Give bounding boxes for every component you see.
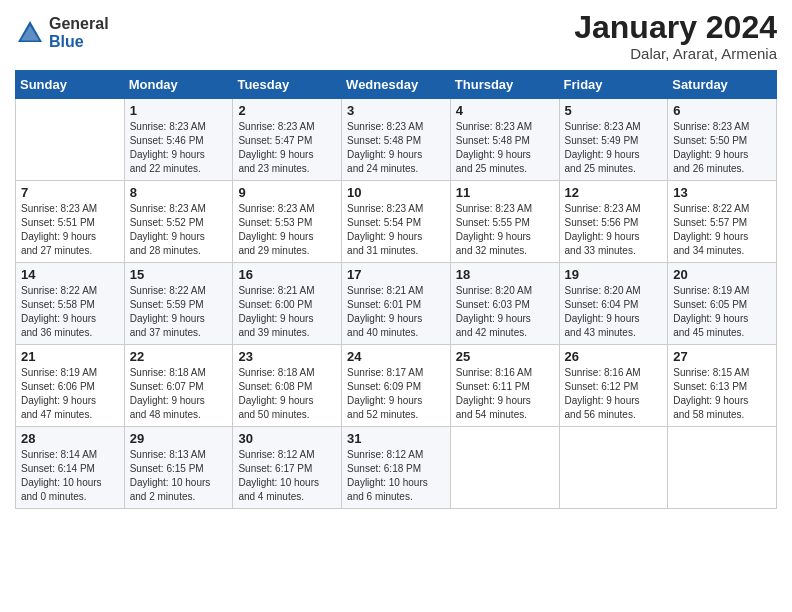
day-number: 25 [456, 349, 554, 364]
day-number: 24 [347, 349, 445, 364]
calendar-cell: 8Sunrise: 8:23 AMSunset: 5:52 PMDaylight… [124, 181, 233, 263]
day-number: 28 [21, 431, 119, 446]
day-info: Sunrise: 8:23 AMSunset: 5:53 PMDaylight:… [238, 202, 336, 258]
day-number: 2 [238, 103, 336, 118]
calendar-cell: 29Sunrise: 8:13 AMSunset: 6:15 PMDayligh… [124, 427, 233, 509]
day-number: 3 [347, 103, 445, 118]
day-info: Sunrise: 8:22 AMSunset: 5:59 PMDaylight:… [130, 284, 228, 340]
day-info: Sunrise: 8:23 AMSunset: 5:51 PMDaylight:… [21, 202, 119, 258]
calendar-header-wednesday: Wednesday [342, 71, 451, 99]
calendar-cell: 16Sunrise: 8:21 AMSunset: 6:00 PMDayligh… [233, 263, 342, 345]
calendar-cell: 30Sunrise: 8:12 AMSunset: 6:17 PMDayligh… [233, 427, 342, 509]
calendar-cell: 20Sunrise: 8:19 AMSunset: 6:05 PMDayligh… [668, 263, 777, 345]
day-info: Sunrise: 8:18 AMSunset: 6:07 PMDaylight:… [130, 366, 228, 422]
calendar-header-sunday: Sunday [16, 71, 125, 99]
calendar-cell: 10Sunrise: 8:23 AMSunset: 5:54 PMDayligh… [342, 181, 451, 263]
calendar-cell: 1Sunrise: 8:23 AMSunset: 5:46 PMDaylight… [124, 99, 233, 181]
calendar-cell: 19Sunrise: 8:20 AMSunset: 6:04 PMDayligh… [559, 263, 668, 345]
calendar-cell [668, 427, 777, 509]
calendar-cell: 5Sunrise: 8:23 AMSunset: 5:49 PMDaylight… [559, 99, 668, 181]
calendar-table: SundayMondayTuesdayWednesdayThursdayFrid… [15, 70, 777, 509]
logo-text: General Blue [49, 15, 109, 50]
calendar-week-row: 28Sunrise: 8:14 AMSunset: 6:14 PMDayligh… [16, 427, 777, 509]
calendar-header-monday: Monday [124, 71, 233, 99]
calendar-cell: 28Sunrise: 8:14 AMSunset: 6:14 PMDayligh… [16, 427, 125, 509]
calendar-cell: 7Sunrise: 8:23 AMSunset: 5:51 PMDaylight… [16, 181, 125, 263]
day-info: Sunrise: 8:17 AMSunset: 6:09 PMDaylight:… [347, 366, 445, 422]
day-number: 19 [565, 267, 663, 282]
day-info: Sunrise: 8:13 AMSunset: 6:15 PMDaylight:… [130, 448, 228, 504]
calendar-week-row: 21Sunrise: 8:19 AMSunset: 6:06 PMDayligh… [16, 345, 777, 427]
day-number: 17 [347, 267, 445, 282]
calendar-cell: 13Sunrise: 8:22 AMSunset: 5:57 PMDayligh… [668, 181, 777, 263]
day-info: Sunrise: 8:19 AMSunset: 6:05 PMDaylight:… [673, 284, 771, 340]
calendar-cell: 2Sunrise: 8:23 AMSunset: 5:47 PMDaylight… [233, 99, 342, 181]
day-info: Sunrise: 8:12 AMSunset: 6:17 PMDaylight:… [238, 448, 336, 504]
day-number: 11 [456, 185, 554, 200]
logo-blue-text: Blue [49, 33, 109, 51]
day-info: Sunrise: 8:23 AMSunset: 5:56 PMDaylight:… [565, 202, 663, 258]
logo-icon [15, 18, 45, 48]
calendar-cell: 17Sunrise: 8:21 AMSunset: 6:01 PMDayligh… [342, 263, 451, 345]
page: General Blue January 2024 Dalar, Ararat,… [0, 0, 792, 612]
calendar-week-row: 1Sunrise: 8:23 AMSunset: 5:46 PMDaylight… [16, 99, 777, 181]
day-number: 22 [130, 349, 228, 364]
day-info: Sunrise: 8:15 AMSunset: 6:13 PMDaylight:… [673, 366, 771, 422]
calendar-cell: 21Sunrise: 8:19 AMSunset: 6:06 PMDayligh… [16, 345, 125, 427]
day-number: 10 [347, 185, 445, 200]
day-info: Sunrise: 8:20 AMSunset: 6:03 PMDaylight:… [456, 284, 554, 340]
day-info: Sunrise: 8:23 AMSunset: 5:48 PMDaylight:… [347, 120, 445, 176]
calendar-header-row: SundayMondayTuesdayWednesdayThursdayFrid… [16, 71, 777, 99]
day-number: 9 [238, 185, 336, 200]
day-number: 31 [347, 431, 445, 446]
calendar-header-thursday: Thursday [450, 71, 559, 99]
day-number: 18 [456, 267, 554, 282]
calendar-cell: 3Sunrise: 8:23 AMSunset: 5:48 PMDaylight… [342, 99, 451, 181]
day-number: 26 [565, 349, 663, 364]
day-info: Sunrise: 8:22 AMSunset: 5:57 PMDaylight:… [673, 202, 771, 258]
day-info: Sunrise: 8:19 AMSunset: 6:06 PMDaylight:… [21, 366, 119, 422]
calendar-cell: 11Sunrise: 8:23 AMSunset: 5:55 PMDayligh… [450, 181, 559, 263]
day-info: Sunrise: 8:21 AMSunset: 6:01 PMDaylight:… [347, 284, 445, 340]
day-number: 4 [456, 103, 554, 118]
calendar-cell [16, 99, 125, 181]
day-number: 27 [673, 349, 771, 364]
day-info: Sunrise: 8:23 AMSunset: 5:54 PMDaylight:… [347, 202, 445, 258]
calendar-cell: 15Sunrise: 8:22 AMSunset: 5:59 PMDayligh… [124, 263, 233, 345]
calendar-header-friday: Friday [559, 71, 668, 99]
day-info: Sunrise: 8:23 AMSunset: 5:55 PMDaylight:… [456, 202, 554, 258]
day-info: Sunrise: 8:16 AMSunset: 6:11 PMDaylight:… [456, 366, 554, 422]
logo-general-text: General [49, 15, 109, 33]
calendar-cell: 31Sunrise: 8:12 AMSunset: 6:18 PMDayligh… [342, 427, 451, 509]
subtitle: Dalar, Ararat, Armenia [574, 45, 777, 62]
calendar-cell: 12Sunrise: 8:23 AMSunset: 5:56 PMDayligh… [559, 181, 668, 263]
day-number: 8 [130, 185, 228, 200]
day-info: Sunrise: 8:16 AMSunset: 6:12 PMDaylight:… [565, 366, 663, 422]
day-info: Sunrise: 8:23 AMSunset: 5:46 PMDaylight:… [130, 120, 228, 176]
day-number: 6 [673, 103, 771, 118]
day-number: 7 [21, 185, 119, 200]
calendar-week-row: 7Sunrise: 8:23 AMSunset: 5:51 PMDaylight… [16, 181, 777, 263]
calendar-cell: 23Sunrise: 8:18 AMSunset: 6:08 PMDayligh… [233, 345, 342, 427]
calendar-header-saturday: Saturday [668, 71, 777, 99]
day-info: Sunrise: 8:18 AMSunset: 6:08 PMDaylight:… [238, 366, 336, 422]
calendar-cell [450, 427, 559, 509]
day-info: Sunrise: 8:23 AMSunset: 5:47 PMDaylight:… [238, 120, 336, 176]
calendar-cell: 14Sunrise: 8:22 AMSunset: 5:58 PMDayligh… [16, 263, 125, 345]
day-info: Sunrise: 8:22 AMSunset: 5:58 PMDaylight:… [21, 284, 119, 340]
calendar-cell: 18Sunrise: 8:20 AMSunset: 6:03 PMDayligh… [450, 263, 559, 345]
main-title: January 2024 [574, 10, 777, 45]
day-number: 21 [21, 349, 119, 364]
calendar-cell [559, 427, 668, 509]
day-number: 29 [130, 431, 228, 446]
day-info: Sunrise: 8:14 AMSunset: 6:14 PMDaylight:… [21, 448, 119, 504]
day-info: Sunrise: 8:23 AMSunset: 5:50 PMDaylight:… [673, 120, 771, 176]
calendar-week-row: 14Sunrise: 8:22 AMSunset: 5:58 PMDayligh… [16, 263, 777, 345]
calendar-cell: 6Sunrise: 8:23 AMSunset: 5:50 PMDaylight… [668, 99, 777, 181]
day-info: Sunrise: 8:12 AMSunset: 6:18 PMDaylight:… [347, 448, 445, 504]
title-block: January 2024 Dalar, Ararat, Armenia [574, 10, 777, 62]
day-number: 1 [130, 103, 228, 118]
day-number: 20 [673, 267, 771, 282]
calendar-cell: 26Sunrise: 8:16 AMSunset: 6:12 PMDayligh… [559, 345, 668, 427]
calendar-cell: 9Sunrise: 8:23 AMSunset: 5:53 PMDaylight… [233, 181, 342, 263]
